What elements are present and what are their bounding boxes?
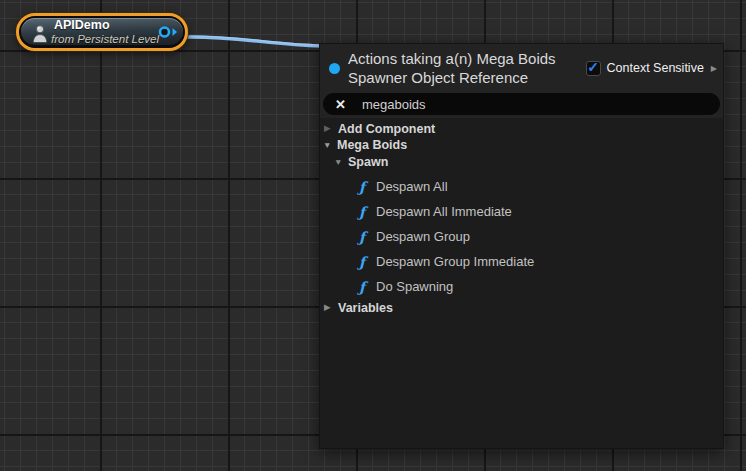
menu-title-line1: Actions taking a(n) Mega Boids <box>348 49 586 68</box>
function-group: ƒ Despawn All ƒ Despawn All Immediate ƒ … <box>320 174 723 299</box>
tree-item-despawn-all-immediate[interactable]: ƒ Despawn All Immediate <box>320 199 723 224</box>
tree-item-do-spawning[interactable]: ƒ Do Spawning <box>320 274 723 299</box>
tree-item-label: Do Spawning <box>376 279 453 294</box>
chevron-right-icon: ▶ <box>324 124 336 133</box>
function-icon: ƒ <box>359 205 376 219</box>
chevron-down-icon: ▼ <box>323 141 335 150</box>
submenu-arrow-icon: ▶ <box>711 64 717 73</box>
tree-item-label: Despawn All Immediate <box>376 204 512 219</box>
tree-item-label: Variables <box>338 301 393 315</box>
action-tree: ▶ Add Component ▼ Mega Boids ▼ Spawn ƒ D… <box>320 118 723 448</box>
search-bar[interactable]: ✕ <box>323 93 720 115</box>
context-sensitive-label: Context Sensitive <box>607 61 704 75</box>
tree-item-label: Spawn <box>348 155 388 169</box>
menu-title-line2: Spawner Object Reference <box>348 68 586 87</box>
chevron-down-icon: ▼ <box>334 158 346 167</box>
function-icon: ƒ <box>359 255 376 269</box>
function-icon: ƒ <box>359 230 376 244</box>
clear-search-icon[interactable]: ✕ <box>335 98 346 111</box>
tree-item-label: Despawn All <box>376 179 448 194</box>
search-input[interactable] <box>362 97 710 112</box>
tree-item-mega-boids[interactable]: ▼ Mega Boids <box>320 137 723 153</box>
tree-item-despawn-group-immediate[interactable]: ƒ Despawn Group Immediate <box>320 249 723 274</box>
node-title: APIDemo <box>54 19 159 32</box>
menu-title: Actions taking a(n) Mega Boids Spawner O… <box>348 49 586 87</box>
tree-item-variables[interactable]: ▶ Variables <box>320 299 723 316</box>
chevron-right-icon: ▶ <box>324 303 336 312</box>
node-text: APIDemo from Persistent Level <box>54 19 159 44</box>
node-body: APIDemo from Persistent Level <box>21 18 183 46</box>
pin-type-dot-icon <box>329 63 340 74</box>
tree-item-add-component[interactable]: ▶ Add Component <box>320 120 723 137</box>
function-icon: ƒ <box>359 280 376 294</box>
tree-item-spawn[interactable]: ▼ Spawn <box>320 153 723 171</box>
context-sensitive-checkbox[interactable]: ✓ <box>586 61 601 76</box>
search-row: ✕ <box>320 92 723 118</box>
output-pin-icon[interactable] <box>157 25 180 40</box>
blueprint-context-menu: Actions taking a(n) Mega Boids Spawner O… <box>319 43 724 449</box>
function-icon: ƒ <box>359 180 376 194</box>
tree-item-label: Add Component <box>338 122 435 136</box>
node-apidemo[interactable]: APIDemo from Persistent Level <box>16 13 188 51</box>
tree-item-label: Despawn Group <box>376 229 470 244</box>
check-icon: ✓ <box>587 60 599 74</box>
tree-item-label: Mega Boids <box>337 138 407 152</box>
blueprint-graph-canvas[interactable]: APIDemo from Persistent Level Actions ta… <box>0 0 746 471</box>
tree-item-label: Despawn Group Immediate <box>376 254 534 269</box>
context-menu-header: Actions taking a(n) Mega Boids Spawner O… <box>320 44 723 92</box>
tree-item-despawn-all[interactable]: ƒ Despawn All <box>320 174 723 199</box>
pawn-icon <box>31 23 50 44</box>
tree-item-despawn-group[interactable]: ƒ Despawn Group <box>320 224 723 249</box>
node-subtitle: from Persistent Level <box>51 33 159 45</box>
context-sensitive-toggle[interactable]: ✓ Context Sensitive ▶ <box>586 61 717 76</box>
